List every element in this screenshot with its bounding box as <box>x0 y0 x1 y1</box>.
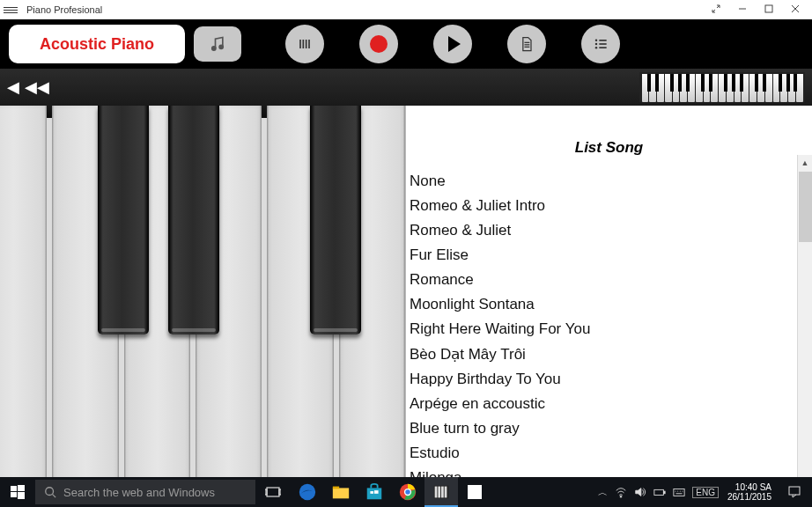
song-list-item[interactable]: Arpége en accoustic <box>410 392 812 416</box>
keyboard-tray-icon[interactable] <box>673 486 685 498</box>
main-toolbar: Acoustic Piano <box>0 19 812 69</box>
expand-icon[interactable] <box>703 4 729 16</box>
song-list-pane: List Song NoneRomeo & Juliet IntroRomeo … <box>405 106 812 507</box>
scrollbar[interactable]: ▲ ▼ <box>797 155 812 507</box>
svg-rect-27 <box>279 489 281 495</box>
song-list-item[interactable]: Happy Birthday To You <box>410 367 812 392</box>
svg-rect-39 <box>438 487 440 498</box>
svg-point-43 <box>620 496 622 497</box>
taskbar-clock[interactable]: 10:40 SA 26/11/2015 <box>722 482 777 503</box>
svg-rect-46 <box>674 489 684 496</box>
document-button[interactable] <box>507 25 546 63</box>
svg-point-15 <box>595 43 598 46</box>
hamburger-icon[interactable] <box>4 7 18 13</box>
svg-rect-29 <box>333 488 349 498</box>
taskbar-app-edge[interactable] <box>291 477 324 507</box>
svg-point-36 <box>405 489 410 495</box>
svg-rect-38 <box>435 487 438 498</box>
svg-point-4 <box>212 47 216 50</box>
svg-rect-31 <box>367 488 382 499</box>
windows-taskbar: Search the web and Windows ︿ ENG 10:40 S… <box>0 477 812 507</box>
svg-rect-40 <box>441 487 444 498</box>
taskbar-apps <box>291 477 491 507</box>
piano-key-black[interactable] <box>310 106 361 334</box>
battery-icon[interactable] <box>653 486 666 498</box>
keyboard-mode-button[interactable] <box>285 25 324 63</box>
taskbar-app-chrome[interactable] <box>391 477 424 507</box>
svg-rect-26 <box>265 489 267 495</box>
keyboard-minimap[interactable] <box>639 72 805 102</box>
song-list-item[interactable]: Bèo Dạt Mây Trôi <box>410 342 812 367</box>
svg-rect-52 <box>789 487 800 495</box>
song-list-title: List Song <box>406 106 812 169</box>
svg-rect-8 <box>306 40 307 48</box>
svg-rect-16 <box>599 43 606 45</box>
song-list-item[interactable]: Romance <box>410 268 812 292</box>
svg-point-5 <box>219 45 223 48</box>
svg-rect-41 <box>445 487 447 498</box>
song-list-item[interactable]: Romeo & Juliet Intro <box>410 194 812 218</box>
song-list-item[interactable]: None <box>410 169 812 194</box>
maximize-button[interactable] <box>756 4 782 16</box>
song-list-item[interactable]: Estudio <box>410 441 812 466</box>
taskbar-app-piano[interactable] <box>424 477 458 507</box>
taskbar-app-explorer[interactable] <box>324 477 358 507</box>
instrument-label: Acoustic Piano <box>40 35 154 54</box>
play-icon <box>448 36 461 52</box>
octave-left-fast-button[interactable]: ◀◀ <box>25 77 49 97</box>
record-icon <box>370 35 388 53</box>
clock-date: 26/11/2015 <box>727 492 771 503</box>
svg-rect-14 <box>599 40 606 41</box>
volume-icon[interactable] <box>634 486 646 498</box>
instrument-select-button[interactable]: Acoustic Piano <box>9 25 185 63</box>
tray-chevron-up-icon[interactable]: ︿ <box>598 486 608 499</box>
svg-point-17 <box>595 47 598 49</box>
keyboard-nav-strip: ◀ ◀◀ <box>0 69 812 106</box>
piano-key-white[interactable] <box>0 106 47 505</box>
svg-rect-42 <box>468 485 482 499</box>
taskbar-app-store[interactable] <box>358 477 391 507</box>
svg-rect-7 <box>303 40 305 48</box>
play-button[interactable] <box>433 25 472 63</box>
svg-rect-45 <box>664 491 666 494</box>
song-list-item[interactable]: Blue turn to gray <box>410 416 812 441</box>
svg-point-28 <box>299 484 315 500</box>
song-list-button[interactable] <box>581 25 620 63</box>
wifi-icon[interactable] <box>615 486 627 498</box>
svg-rect-25 <box>267 488 279 496</box>
svg-rect-22 <box>18 492 25 499</box>
record-button[interactable] <box>359 25 398 63</box>
system-tray[interactable]: ︿ ENG <box>594 486 722 499</box>
window-titlebar: Piano Profesional <box>0 0 812 19</box>
svg-point-23 <box>46 488 54 496</box>
svg-rect-32 <box>370 491 373 494</box>
scroll-up-icon[interactable]: ▲ <box>801 155 809 170</box>
task-view-button[interactable] <box>255 477 291 507</box>
song-list-item[interactable]: Fur Elise <box>410 243 812 268</box>
svg-rect-20 <box>18 485 25 491</box>
svg-rect-18 <box>599 47 606 48</box>
svg-rect-9 <box>308 40 310 48</box>
start-button[interactable] <box>0 477 35 507</box>
svg-rect-1 <box>765 5 772 12</box>
close-button[interactable] <box>782 4 808 16</box>
action-center-button[interactable] <box>777 477 812 507</box>
tempo-button[interactable] <box>194 26 241 62</box>
scroll-thumb[interactable] <box>799 172 812 242</box>
piano-keyboard: C1 D1 E1 F1 G1 <box>0 106 405 507</box>
taskbar-app-blank[interactable] <box>458 477 491 507</box>
language-indicator[interactable]: ENG <box>692 487 719 498</box>
svg-rect-21 <box>11 492 17 497</box>
window-title: Piano Profesional <box>26 4 102 15</box>
song-list-item[interactable]: Romeo & Juliet <box>410 218 812 243</box>
piano-key-black[interactable] <box>98 106 149 334</box>
song-list-item[interactable]: Right Here Waiting For You <box>410 317 812 342</box>
svg-rect-44 <box>654 489 664 495</box>
song-list-item[interactable]: Moonlight Sontana <box>410 292 812 317</box>
minimize-button[interactable] <box>729 4 756 16</box>
taskbar-search[interactable]: Search the web and Windows <box>35 480 255 504</box>
piano-key-black[interactable] <box>168 106 219 334</box>
search-placeholder: Search the web and Windows <box>63 486 215 499</box>
svg-rect-30 <box>333 487 339 489</box>
octave-left-button[interactable]: ◀ <box>7 77 19 97</box>
